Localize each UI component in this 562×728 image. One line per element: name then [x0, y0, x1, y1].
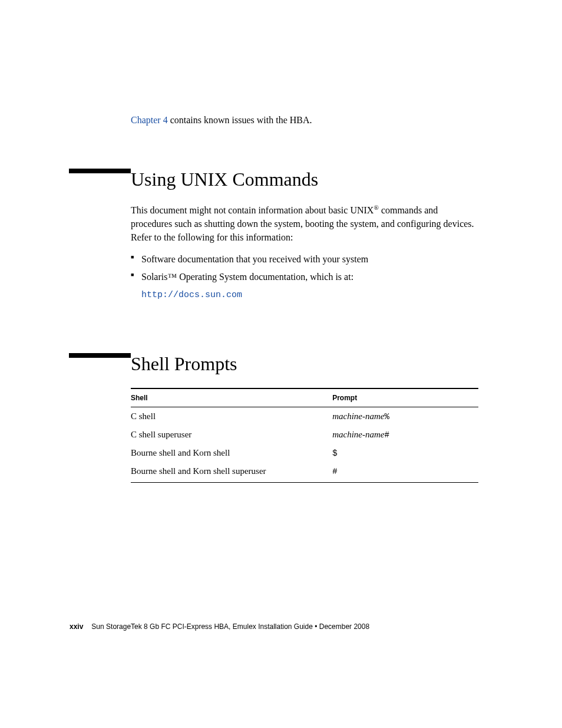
cell-shell: Bourne shell and Korn shell	[131, 444, 332, 462]
table-header-row: Shell Prompt	[131, 388, 478, 407]
footer-title: Sun StorageTek 8 Gb FC PCI-Express HBA, …	[91, 622, 369, 631]
unix-intro-paragraph: This document might not contain informat…	[131, 203, 478, 245]
section-using-unix: Using UNIX Commands This document might …	[131, 169, 478, 300]
cell-prompt: machine-name%	[332, 407, 478, 426]
shell-prompts-table: Shell Prompt C shell machine-name% C she…	[131, 388, 478, 483]
section-rule-icon	[69, 169, 131, 173]
chapter-4-rest: contains known issues with the HBA.	[168, 115, 312, 125]
col-header-prompt: Prompt	[332, 388, 478, 407]
list-item: Software documentation that you received…	[131, 252, 478, 266]
unix-info-list: Software documentation that you received…	[131, 252, 478, 284]
registered-mark: ®	[373, 203, 379, 210]
heading-using-unix-commands: Using UNIX Commands	[131, 169, 478, 190]
docs-sun-link[interactable]: http://docs.sun.com	[141, 290, 478, 300]
table-row: C shell superuser machine-name#	[131, 426, 478, 444]
list-item: Solaris™ Operating System documentation,…	[131, 270, 478, 284]
content-area: Chapter 4 contains known issues with the…	[131, 113, 478, 483]
table-row: Bourne shell and Korn shell $	[131, 444, 478, 462]
cell-shell: C shell superuser	[131, 426, 332, 444]
table-row: Bourne shell and Korn shell superuser #	[131, 462, 478, 483]
cell-prompt: machine-name#	[332, 426, 478, 444]
col-header-shell: Shell	[131, 388, 332, 407]
section-rule-icon	[69, 353, 131, 358]
heading-shell-prompts: Shell Prompts	[131, 353, 478, 375]
cell-shell: C shell	[131, 407, 332, 426]
cell-prompt: $	[332, 444, 478, 462]
section-shell-prompts: Shell Prompts Shell Prompt C shell machi…	[131, 353, 478, 483]
page: Chapter 4 contains known issues with the…	[0, 0, 562, 728]
page-number: xxiv	[70, 622, 83, 631]
table-row: C shell machine-name%	[131, 407, 478, 426]
chapter-4-reference: Chapter 4 contains known issues with the…	[131, 113, 478, 127]
cell-prompt: #	[332, 462, 478, 483]
page-footer: xxivSun StorageTek 8 Gb FC PCI-Express H…	[70, 622, 369, 631]
chapter-4-link[interactable]: Chapter 4	[131, 115, 168, 125]
cell-shell: Bourne shell and Korn shell superuser	[131, 462, 332, 483]
